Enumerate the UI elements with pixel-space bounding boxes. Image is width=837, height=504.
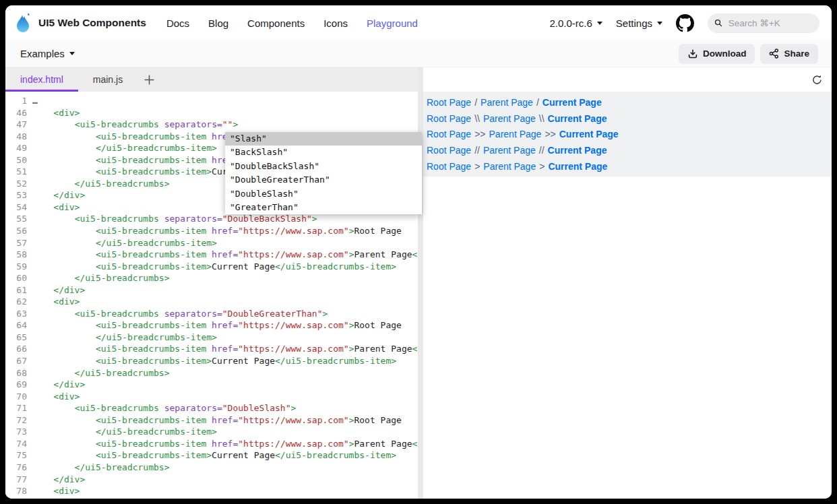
breadcrumb: Root Page>Parent Page>Current Page: [427, 159, 832, 175]
breadcrumb-link[interactable]: Parent Page: [489, 129, 542, 139]
autocomplete-option[interactable]: "DoubleGreaterThan": [225, 173, 422, 187]
chevron-down-icon: [657, 22, 662, 25]
autocomplete-option[interactable]: "DoubleBackSlash": [225, 160, 422, 173]
share-button[interactable]: Share: [760, 44, 818, 64]
nav-link-icons[interactable]: Icons: [323, 18, 348, 29]
autocomplete-option[interactable]: "Slash": [225, 132, 422, 146]
code-text: <div>: [27, 391, 80, 403]
version-dropdown[interactable]: 2.0.0-rc.6: [549, 18, 602, 29]
nav-link-playground[interactable]: Playground: [367, 18, 418, 29]
chevron-down-icon: [69, 52, 75, 55]
breadcrumb-link[interactable]: Parent Page: [483, 145, 536, 156]
line-number: 75: [5, 449, 27, 462]
line-number: 68: [5, 367, 27, 379]
line-number: 50: [5, 154, 27, 166]
breadcrumb-link[interactable]: Root Page: [427, 145, 471, 156]
add-tab-button[interactable]: [137, 67, 160, 92]
breadcrumb-link[interactable]: Parent Page: [483, 161, 536, 172]
brand-title: UI5 Web Components: [38, 17, 146, 29]
breadcrumb-link[interactable]: Root Page: [427, 161, 471, 172]
tab-index-html[interactable]: index.html: [5, 67, 78, 92]
code-line: 56 <ui5-breadcrumbs-item href="https://w…: [5, 225, 418, 237]
code-line: 78 <div>: [5, 485, 418, 497]
breadcrumb: Root Page//Parent Page//Current Page: [427, 143, 832, 159]
nav-link-components[interactable]: Components: [247, 18, 305, 29]
github-icon[interactable]: [676, 14, 694, 32]
code-line: 75 <ui5-breadcrumbs-item>Current Page</u…: [5, 449, 418, 462]
nav-link-blog[interactable]: Blog: [208, 18, 228, 29]
chevron-down-icon: [597, 22, 602, 25]
code-line: 46 <div>: [5, 107, 418, 119]
breadcrumb-link[interactable]: Root Page: [427, 129, 471, 139]
line-number: 74: [5, 438, 27, 450]
download-button[interactable]: Download: [679, 44, 755, 64]
code-text: <ui5-breadcrumbs separators="DoubleBackS…: [27, 213, 317, 225]
preview-canvas: Root Page/Parent Page/Current PageRoot P…: [423, 92, 832, 177]
line-number: 53: [5, 189, 27, 201]
code-line: 58 <ui5-breadcrumbs-item href="https://w…: [5, 249, 418, 261]
line-number: 55: [5, 213, 27, 225]
line-number: 48: [5, 131, 27, 143]
code-text: </div>: [27, 284, 85, 296]
breadcrumb-current: Current Page: [548, 161, 607, 172]
preview-pane: Root Page/Parent Page/Current PageRoot P…: [423, 67, 832, 499]
code-text: </div>: [27, 189, 85, 201]
line-number: 54: [5, 201, 27, 214]
breadcrumb: Root Page>>Parent Page>>Current Page: [427, 127, 832, 143]
code-text: <div>: [27, 296, 80, 308]
breadcrumb-link[interactable]: Root Page: [427, 97, 471, 108]
code-line: 74 <ui5-breadcrumbs-item href="https://w…: [5, 438, 418, 450]
code-text: </ui5-breadcrumbs>: [27, 272, 170, 284]
breadcrumb-link[interactable]: Root Page: [427, 113, 471, 124]
tab-main-js[interactable]: main.js: [78, 67, 137, 92]
ui5-logo-icon: [15, 12, 32, 34]
examples-dropdown[interactable]: Examples: [20, 48, 75, 59]
download-icon: [687, 49, 698, 59]
line-number: 63: [5, 308, 27, 320]
code-text: <ui5-breadcrumbs-item>Current Page</ui5-…: [27, 449, 396, 462]
search-box[interactable]: [708, 13, 819, 33]
settings-dropdown[interactable]: Settings: [616, 18, 662, 29]
code-text: <ui5-breadcrumbs-item href="https://www.…: [27, 319, 402, 332]
line-number: 51: [5, 166, 27, 178]
code-text: …: [27, 95, 38, 107]
line-number: 69: [5, 379, 27, 391]
settings-label: Settings: [616, 18, 652, 29]
line-number: 49: [5, 142, 27, 154]
examples-label: Examples: [20, 48, 65, 59]
nav-link-docs[interactable]: Docs: [166, 18, 189, 29]
code-line: 59 <ui5-breadcrumbs-item>Current Page</u…: [5, 261, 418, 273]
line-number: 57: [5, 237, 27, 249]
breadcrumb-link[interactable]: Parent Page: [483, 113, 536, 124]
search-input[interactable]: [727, 18, 813, 29]
line-number: 71: [5, 402, 27, 414]
line-number: 52: [5, 178, 27, 190]
breadcrumb-link[interactable]: Parent Page: [480, 97, 533, 108]
code-text: <ui5-breadcrumbs separators="DoubleSlash…: [27, 402, 296, 414]
line-number: 64: [5, 319, 27, 332]
code-line: 65 </ui5-breadcrumbs-item>: [5, 332, 418, 344]
download-label: Download: [703, 49, 747, 59]
line-number: 58: [5, 249, 27, 261]
breadcrumb-separator: /: [474, 97, 477, 108]
code-text: </div>: [27, 474, 85, 486]
reload-icon[interactable]: [811, 74, 823, 86]
autocomplete-option[interactable]: "GreaterThan": [225, 201, 422, 214]
line-number: 61: [5, 284, 27, 296]
plus-icon: [144, 74, 155, 86]
code-line: 62 <div>: [5, 296, 418, 308]
code-line: 73 </ui5-breadcrumbs-item>: [5, 426, 418, 438]
code-line: 47 <ui5-breadcrumbs separators="">: [5, 119, 418, 131]
line-number: 66: [5, 343, 27, 355]
line-number: 47: [5, 119, 27, 131]
code-text: </ui5-breadcrumbs>: [27, 178, 170, 190]
breadcrumb-current: Current Page: [542, 97, 602, 108]
autocomplete-option[interactable]: "DoubleSlash": [225, 187, 422, 201]
code-line: 71 <ui5-breadcrumbs separators="DoubleSl…: [5, 402, 418, 414]
breadcrumb-current: Current Page: [559, 129, 619, 139]
code-line: 1…: [5, 95, 418, 107]
breadcrumb-separator: >: [539, 161, 545, 172]
line-number: 59: [5, 261, 27, 273]
code-text: <ui5-breadcrumbs-item href="https://www.…: [27, 225, 402, 237]
autocomplete-option[interactable]: "BackSlash": [225, 146, 422, 159]
